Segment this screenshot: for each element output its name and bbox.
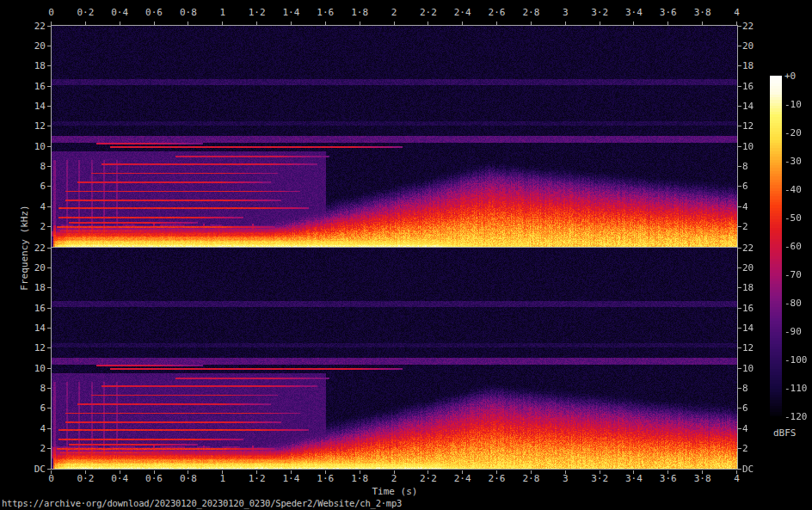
freq-axis-label: 16 <box>16 81 46 92</box>
spectrogram-canvas <box>51 25 738 470</box>
colorbar-tick-label: -120 <box>784 411 812 422</box>
time-tick <box>496 22 497 25</box>
colorbar-tick-label: -60 <box>784 241 812 252</box>
freq-axis-dc-label: DC <box>742 464 772 475</box>
freq-tick <box>47 26 51 27</box>
time-tick <box>154 470 155 474</box>
time-axis-label: 3·6 <box>653 473 684 484</box>
freq-tick <box>47 448 51 449</box>
freq-tick <box>738 388 741 389</box>
time-tick <box>600 470 600 474</box>
colorbar-tick-label: -90 <box>784 326 812 337</box>
time-axis-label: 2 <box>378 473 409 484</box>
freq-axis-label: 10 <box>742 141 772 152</box>
time-axis-label: 4 <box>722 7 753 18</box>
freq-tick <box>47 226 51 227</box>
freq-axis-label: 2 <box>742 443 772 454</box>
freq-tick <box>738 86 741 87</box>
freq-tick <box>47 408 51 409</box>
freq-axis-label: 22 <box>742 21 772 32</box>
time-tick <box>222 22 223 25</box>
time-tick <box>256 22 257 25</box>
time-tick <box>496 470 497 474</box>
freq-tick <box>738 226 741 227</box>
time-axis-label: 3·6 <box>653 7 684 18</box>
freq-axis-label: 6 <box>16 402 46 414</box>
time-axis-label: 1·4 <box>275 473 306 484</box>
time-tick <box>633 470 634 474</box>
time-tick <box>51 470 52 474</box>
time-axis-label: 3·2 <box>584 473 615 484</box>
freq-axis-label: 4 <box>16 201 46 212</box>
freq-tick <box>47 166 51 167</box>
freq-axis-label: 8 <box>742 161 772 172</box>
spectrogram-image: Frequency (kHz) Time (s) dBFS https://ar… <box>0 0 812 510</box>
colorbar-tick-label: -50 <box>784 212 812 224</box>
freq-tick <box>47 368 51 369</box>
time-axis-label: 1·8 <box>344 7 375 18</box>
freq-tick <box>47 86 51 87</box>
freq-tick <box>738 26 741 27</box>
time-axis-label: 1·6 <box>310 473 341 484</box>
time-axis-label: 3·2 <box>584 7 615 18</box>
freq-axis-label: 12 <box>16 342 46 353</box>
time-axis-label: 0 <box>36 473 67 484</box>
freq-axis-label: 6 <box>742 181 772 192</box>
freq-axis-label: 2 <box>16 221 46 232</box>
time-axis-label: 0·6 <box>138 7 169 18</box>
freq-axis-label: 2 <box>16 443 46 454</box>
freq-axis-label: 4 <box>742 201 772 212</box>
time-tick <box>291 22 292 25</box>
freq-tick <box>738 448 741 449</box>
time-axis-label: 1 <box>207 7 238 18</box>
freq-axis-label: 18 <box>16 282 46 293</box>
time-tick <box>428 22 428 25</box>
freq-tick <box>47 146 51 147</box>
freq-tick <box>47 388 51 389</box>
freq-tick <box>47 206 51 207</box>
time-axis-title: Time (s) <box>356 486 434 497</box>
time-axis-label: 1 <box>207 473 238 484</box>
freq-axis-label: 16 <box>742 81 772 92</box>
freq-tick <box>738 166 741 167</box>
colorbar-tick-label: -70 <box>784 269 812 280</box>
time-tick <box>222 470 223 474</box>
time-axis-label: 1·8 <box>344 473 375 484</box>
freq-axis-label: 16 <box>16 303 46 314</box>
colorbar-tick-label: -100 <box>784 354 812 366</box>
freq-tick <box>738 46 741 46</box>
time-tick <box>120 470 120 474</box>
time-axis-label: 1·4 <box>275 7 306 18</box>
freq-axis-label: 20 <box>16 262 46 273</box>
freq-tick <box>738 65 741 66</box>
freq-tick <box>738 368 741 369</box>
time-axis-label: 2·4 <box>447 473 478 484</box>
time-tick <box>633 22 634 25</box>
freq-axis-label: 4 <box>16 423 46 434</box>
time-tick <box>154 22 155 25</box>
colorbar-unit-label: dBFS <box>773 427 797 439</box>
time-tick <box>360 22 360 25</box>
time-tick <box>325 22 326 25</box>
time-axis-label: 0 <box>36 7 67 18</box>
freq-axis-label: 18 <box>16 60 46 71</box>
freq-axis-label: 20 <box>16 40 46 52</box>
colorbar-gradient <box>770 76 782 416</box>
time-axis-label: 2·4 <box>447 7 478 18</box>
freq-tick <box>738 469 741 470</box>
time-tick <box>85 22 86 25</box>
freq-axis-label: 18 <box>742 282 772 293</box>
freq-tick <box>738 428 741 429</box>
freq-tick <box>738 146 741 147</box>
time-tick <box>462 470 463 474</box>
time-tick <box>85 470 86 474</box>
freq-axis-label: 20 <box>742 40 772 52</box>
time-axis-label: 0·4 <box>104 7 135 18</box>
freq-tick <box>47 65 51 66</box>
freq-tick <box>738 267 741 268</box>
time-tick <box>736 470 737 474</box>
freq-tick <box>738 287 741 288</box>
freq-tick <box>738 347 741 348</box>
time-tick <box>462 22 463 25</box>
freq-tick <box>47 248 51 249</box>
